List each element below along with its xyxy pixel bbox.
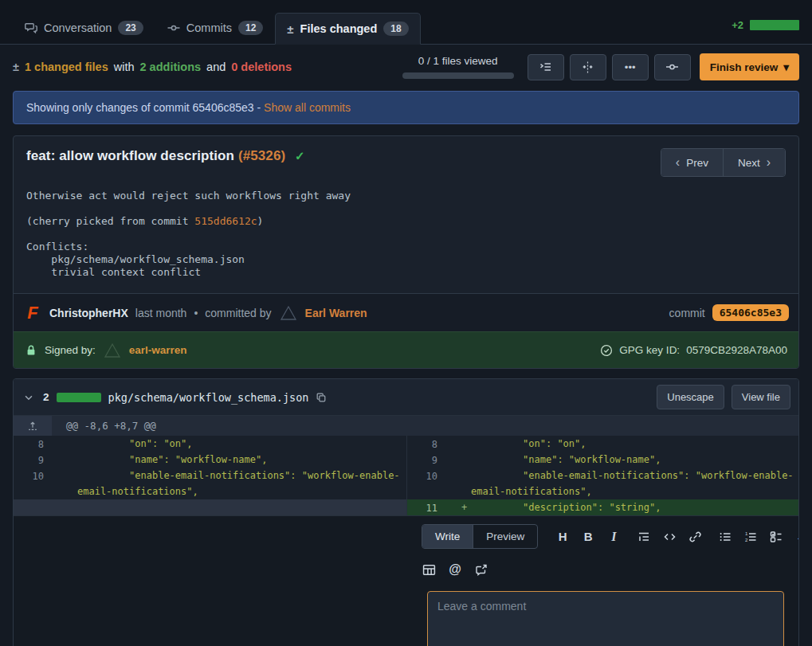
tab-files-changed-label: Files changed bbox=[300, 22, 378, 35]
reference-button[interactable] bbox=[474, 562, 488, 577]
preview-tab[interactable]: Preview bbox=[473, 525, 537, 548]
diff-line[interactable]: 8 "on": "on", bbox=[407, 436, 798, 452]
view-file-button[interactable]: View file bbox=[732, 385, 790, 409]
unescape-button[interactable]: Unescape bbox=[657, 385, 724, 409]
editor-mode-tabs: Write Preview bbox=[422, 524, 538, 549]
lock-icon bbox=[25, 344, 37, 357]
comment-editor: Write Preview H B I bbox=[407, 516, 799, 646]
signed-by-label: Signed by: bbox=[45, 344, 96, 356]
tab-commits[interactable]: Commits 12 bbox=[155, 12, 276, 44]
diff-line[interactable]: 9 "name": "workflow-name", bbox=[14, 452, 406, 468]
signer-avatar[interactable] bbox=[103, 341, 122, 360]
commit-status-check-icon: ✓ bbox=[295, 149, 305, 162]
commit-signed-row: Signed by: earl-warren GPG key ID: 0579C… bbox=[14, 331, 798, 368]
summary-with: with bbox=[114, 61, 135, 73]
diff-filler-line bbox=[14, 499, 406, 515]
gpg-key-label: GPG key ID: bbox=[619, 344, 680, 356]
commit-sha-badge[interactable]: 65406c85e3 bbox=[712, 304, 789, 321]
diff-split-table: 8 "on": "on", 9 "name": "workflow-name",… bbox=[14, 436, 798, 515]
split-view-toggle-button[interactable] bbox=[570, 54, 606, 80]
code-button[interactable] bbox=[662, 529, 677, 545]
committer-avatar[interactable] bbox=[279, 303, 298, 323]
bullet-list-button[interactable] bbox=[718, 529, 732, 545]
bold-button[interactable]: B bbox=[581, 529, 595, 545]
signer-name-link[interactable]: earl-warren bbox=[129, 344, 187, 356]
diff-summary-row: ± 1 changed files with 2 additions and 0… bbox=[0, 45, 812, 89]
file-change-count: 2 bbox=[43, 391, 49, 403]
files-viewed-progress: 0 / 1 files viewed bbox=[402, 55, 514, 79]
commit-body-line: Otherwise act would reject such workflow… bbox=[26, 190, 786, 202]
ellipsis-icon: ••• bbox=[625, 61, 636, 73]
gpg-key-value: 0579CB2928A78A00 bbox=[686, 344, 787, 356]
author-name-link[interactable]: ChristopherHX bbox=[49, 307, 128, 319]
diff-hunk-row: @@ -8,6 +8,7 @@ bbox=[14, 415, 798, 436]
cherry-pick-sha-link[interactable]: 515dd6612c bbox=[194, 215, 257, 227]
diff-line[interactable]: 9 "name": "workflow-name", bbox=[407, 452, 798, 468]
prev-commit-button[interactable]: ‹ Prev bbox=[661, 149, 723, 176]
tab-commits-count: 12 bbox=[238, 21, 263, 35]
expand-hunk-button[interactable] bbox=[14, 416, 52, 436]
commit-title: feat: allow workflow description (#5326)… bbox=[26, 148, 305, 164]
italic-button[interactable]: I bbox=[606, 529, 621, 545]
commit-label: commit bbox=[669, 307, 705, 319]
added-line-marker: + bbox=[461, 499, 467, 515]
copy-path-icon[interactable] bbox=[316, 392, 327, 403]
link-button[interactable] bbox=[688, 529, 702, 545]
comment-textarea[interactable] bbox=[427, 591, 784, 646]
heading-button[interactable]: H bbox=[555, 529, 570, 545]
files-viewed-bar bbox=[402, 72, 514, 79]
file-diff-header: 2 pkg/schema/workflow_schema.json Unesca… bbox=[14, 379, 798, 415]
summary-additions: 2 additions bbox=[140, 61, 202, 73]
commit-author-row: F ChristopherHX last month • committed b… bbox=[14, 293, 798, 331]
gpg-key-info: GPG key ID: 0579CB2928A78A00 bbox=[600, 344, 787, 357]
diff-icon-small: ± bbox=[13, 61, 19, 73]
mention-button[interactable]: @ bbox=[448, 562, 462, 577]
svg-text:2: 2 bbox=[745, 538, 748, 542]
diffstat-bar bbox=[750, 20, 799, 30]
additions-count: +2 bbox=[732, 19, 743, 31]
quote-button[interactable] bbox=[637, 529, 651, 545]
committed-by-label: committed by bbox=[205, 307, 271, 319]
commit-filter-banner: Showing only changes of commit 65406c85e… bbox=[13, 91, 799, 124]
hunk-header-text: @@ -8,6 +8,7 @@ bbox=[52, 416, 156, 436]
caret-down-icon: ▾ bbox=[783, 61, 789, 73]
tab-conversation[interactable]: Conversation 23 bbox=[13, 12, 155, 44]
chevron-right-icon: › bbox=[767, 155, 771, 170]
file-diff-box: 2 pkg/schema/workflow_schema.json Unesca… bbox=[13, 378, 799, 646]
diff-line-added[interactable]: 11 + "description": "string", bbox=[407, 499, 798, 515]
conversation-icon bbox=[25, 22, 37, 34]
verified-icon bbox=[600, 344, 613, 357]
task-list-button[interactable] bbox=[769, 529, 783, 545]
diff-line[interactable]: 10 "enable-email-notifications": "workfl… bbox=[407, 468, 798, 499]
diff-line[interactable]: 10 "enable-email-notifications": "workfl… bbox=[14, 468, 406, 499]
commit-icon bbox=[665, 61, 679, 73]
undo-button[interactable]: ← bbox=[794, 529, 799, 545]
commit-icon bbox=[167, 22, 180, 34]
issue-number-link[interactable]: (#5326) bbox=[238, 148, 285, 163]
commit-conflicts-block: Conflicts: pkg/schema/workflow_schema.js… bbox=[26, 241, 786, 279]
commit-select-button[interactable] bbox=[654, 54, 691, 80]
file-tree-toggle-button[interactable] bbox=[528, 54, 564, 80]
diff-line[interactable]: 8 "on": "on", bbox=[14, 436, 406, 452]
write-tab[interactable]: Write bbox=[422, 525, 473, 548]
table-button[interactable] bbox=[422, 562, 436, 577]
diff-pane-old: 8 "on": "on", 9 "name": "workflow-name",… bbox=[14, 436, 407, 515]
file-name: pkg/schema/workflow_schema.json bbox=[108, 391, 309, 404]
inline-comment-row: Write Preview H B I bbox=[14, 515, 798, 646]
more-options-button[interactable]: ••• bbox=[612, 54, 649, 80]
tab-commits-label: Commits bbox=[186, 22, 232, 34]
summary-and: and bbox=[206, 61, 226, 73]
dot-separator: • bbox=[194, 307, 198, 319]
summary-deletions: 0 deletions bbox=[231, 61, 292, 73]
pr-diff-stat: +2 bbox=[732, 19, 799, 44]
show-all-commits-link[interactable]: Show all commits bbox=[264, 101, 351, 114]
commit-nav-group: ‹ Prev Next › bbox=[661, 148, 786, 177]
collapse-file-icon[interactable] bbox=[22, 390, 36, 405]
finish-review-button[interactable]: Finish review ▾ bbox=[700, 53, 799, 80]
changed-files-link[interactable]: 1 changed files bbox=[25, 61, 108, 73]
numbered-list-button[interactable]: 1 2 bbox=[743, 529, 758, 545]
next-commit-button[interactable]: Next › bbox=[723, 149, 785, 176]
author-avatar[interactable]: F bbox=[23, 303, 42, 323]
tab-files-changed[interactable]: ± Files changed 18 bbox=[275, 13, 420, 45]
committer-name-link[interactable]: Earl Warren bbox=[305, 307, 367, 319]
